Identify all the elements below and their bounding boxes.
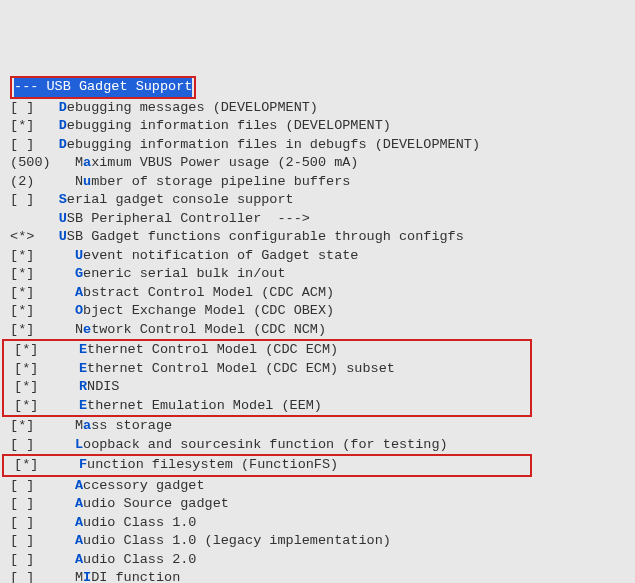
menu-item[interactable]: [ ] Audio Class 1.0 (legacy implementati… [2,532,633,551]
hotkey: A [75,478,83,493]
hotkey: A [75,515,83,530]
hotkey: a [83,418,91,433]
menu-item[interactable]: [ ] Serial gadget console support [2,191,633,210]
menu-item[interactable]: [*] Abstract Control Model (CDC ACM) [2,284,633,303]
menu-item[interactable]: (2) Number of storage pipeline buffers [2,173,633,192]
menu-item[interactable]: [*] Generic serial bulk in/out [2,265,633,284]
hotkey: D [59,118,67,133]
menu-item[interactable]: [ ] Audio Source gadget [2,495,633,514]
hotkey: O [75,303,83,318]
hotkey: D [59,137,67,152]
menu-item[interactable]: [ ] Accessory gadget [2,477,633,496]
hotkey: u [83,174,91,189]
hotkey: U [59,211,67,226]
menu-item[interactable]: [*] RNDIS [6,378,528,397]
hotkey: F [79,457,87,472]
menu-item[interactable]: [*] Function filesystem (FunctionFS) [6,456,528,475]
menu-item[interactable]: <*> USB Gadget functions configurable th… [2,228,633,247]
hotkey: A [75,533,83,548]
header-title: --- USB Gadget Support [14,78,192,97]
section-header: --- USB Gadget Support [2,76,633,99]
hotkey: U [59,229,67,244]
hotkey: S [59,192,67,207]
hotkey: A [75,496,83,511]
hotkey: I [83,570,91,583]
menu-item[interactable]: [*] Mass storage [2,417,633,436]
hotkey: A [75,285,83,300]
menu-item[interactable]: [*] Debugging information files (DEVELOP… [2,117,633,136]
highlight-box-ethernet: [*] Ethernet Control Model (CDC ECM) [*]… [2,339,532,417]
highlight-box-functionfs: [*] Function filesystem (FunctionFS) [2,454,532,477]
hotkey: E [79,361,87,376]
hotkey: A [75,552,83,567]
menu-item[interactable]: [*] Ethernet Emulation Model (EEM) [6,397,528,416]
menu-item[interactable]: [*] Network Control Model (CDC NCM) [2,321,633,340]
hotkey: E [79,398,87,413]
hotkey: L [75,437,83,452]
menu-item[interactable]: [ ] Loopback and sourcesink function (fo… [2,436,633,455]
hotkey: a [83,155,91,170]
menu-item[interactable]: (500) Maximum VBUS Power usage (2-500 mA… [2,154,633,173]
menu-item[interactable]: [*] Ethernet Control Model (CDC ECM) sub… [6,360,528,379]
hotkey: E [79,342,87,357]
menu-item[interactable]: USB Peripheral Controller ---> [2,210,633,229]
menu-item[interactable]: [ ] Audio Class 2.0 [2,551,633,570]
hotkey: R [79,379,87,394]
menu-item[interactable]: [ ] MIDI function [2,569,633,583]
hotkey: D [59,100,67,115]
menu-item[interactable]: [ ] Audio Class 1.0 [2,514,633,533]
menu-item[interactable]: [ ] Debugging information files in debug… [2,136,633,155]
menu-item[interactable]: [*] Uevent notification of Gadget state [2,247,633,266]
hotkey: G [75,266,83,281]
highlight-box: --- USB Gadget Support [10,76,196,99]
menu-item[interactable]: [*] Ethernet Control Model (CDC ECM) [6,341,528,360]
menu-item[interactable]: [*] Object Exchange Model (CDC OBEX) [2,302,633,321]
hotkey: e [83,322,91,337]
menu-item[interactable]: [ ] Debugging messages (DEVELOPMENT) [2,99,633,118]
hotkey: U [75,248,83,263]
